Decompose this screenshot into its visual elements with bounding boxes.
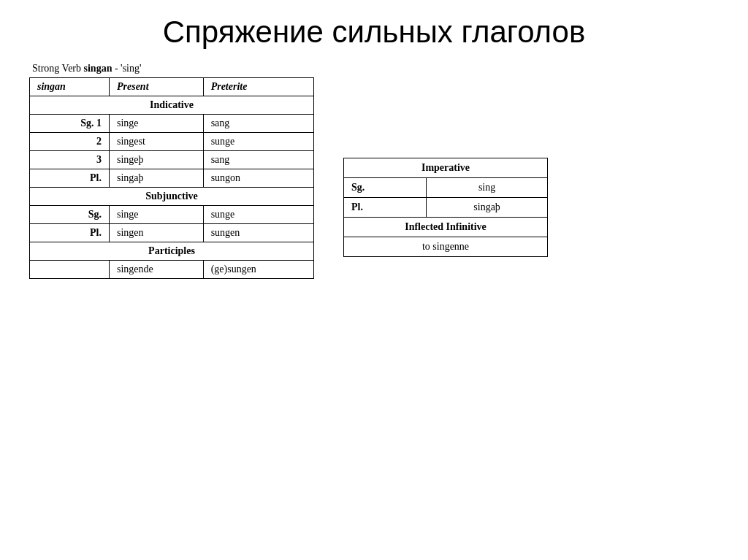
infinitive-section-label: Inflected Infinitive [344, 218, 548, 237]
section-label: Participles [30, 242, 314, 261]
imperative-row: Pl.singaþ [344, 198, 548, 218]
section-label: Indicative [30, 96, 314, 115]
row-preterite: sungen [203, 224, 313, 242]
row-label: 2 [30, 133, 110, 151]
row-label: Pl. [30, 224, 110, 242]
header-col2: Present [109, 78, 203, 96]
row-label: Sg. [30, 206, 110, 224]
verb-name: singan [84, 63, 112, 74]
row-present: singeþ [109, 151, 203, 169]
row-present: singen [109, 224, 203, 242]
section-row: Participles [30, 242, 314, 261]
verb-translation: - 'sing' [112, 63, 141, 74]
imperative-value: singaþ [427, 198, 548, 218]
imperative-value: sing [427, 178, 548, 198]
infinitive-value-row: to singenne [344, 237, 548, 257]
row-present: singe [109, 206, 203, 224]
table-row: Sg. 1singesang [30, 115, 314, 133]
imperative-title: Imperative [344, 158, 548, 178]
header-col1: singan [30, 78, 110, 96]
section-label: Subjunctive [30, 188, 314, 206]
content-area: Strong Verb singan - 'sing' singan Prese… [29, 63, 719, 279]
imperative-label: Pl. [344, 198, 427, 218]
row-label [30, 261, 110, 279]
page-title: Спряжение сильных глаголов [29, 15, 719, 50]
table-row: Pl.singensungen [30, 224, 314, 242]
row-label: Pl. [30, 169, 110, 188]
imperative-table: ImperativeSg.singPl.singaþInflected Infi… [343, 158, 548, 257]
right-section: ImperativeSg.singPl.singaþInflected Infi… [343, 158, 548, 257]
table-row: Pl.singaþsungon [30, 169, 314, 188]
header-col3: Preterite [203, 78, 313, 96]
row-preterite: sunge [203, 206, 313, 224]
table-header-row: singan Present Preterite [30, 78, 314, 96]
row-present: singende [109, 261, 203, 279]
row-label: Sg. 1 [30, 115, 110, 133]
row-preterite: sungon [203, 169, 313, 188]
table-row: 3singeþsang [30, 151, 314, 169]
row-preterite: (ge)sungen [203, 261, 313, 279]
verb-label: Strong Verb singan - 'sing' [32, 63, 142, 74]
section-row: Indicative [30, 96, 314, 115]
row-present: singaþ [109, 169, 203, 188]
table-row: Sg.singesunge [30, 206, 314, 224]
main-table: singan Present Preterite IndicativeSg. 1… [29, 77, 314, 279]
row-preterite: sunge [203, 133, 313, 151]
infinitive-value: to singenne [344, 237, 548, 257]
verb-label-prefix: Strong Verb [32, 63, 84, 74]
row-present: singe [109, 115, 203, 133]
row-present: singest [109, 133, 203, 151]
infinitive-section-row: Inflected Infinitive [344, 218, 548, 237]
left-section: Strong Verb singan - 'sing' singan Prese… [29, 63, 314, 279]
row-preterite: sang [203, 151, 313, 169]
table-row: 2singestsunge [30, 133, 314, 151]
row-preterite: sang [203, 115, 313, 133]
imperative-title-row: Imperative [344, 158, 548, 178]
imperative-row: Sg.sing [344, 178, 548, 198]
table-row: singende(ge)sungen [30, 261, 314, 279]
imperative-label: Sg. [344, 178, 427, 198]
section-row: Subjunctive [30, 188, 314, 206]
row-label: 3 [30, 151, 110, 169]
